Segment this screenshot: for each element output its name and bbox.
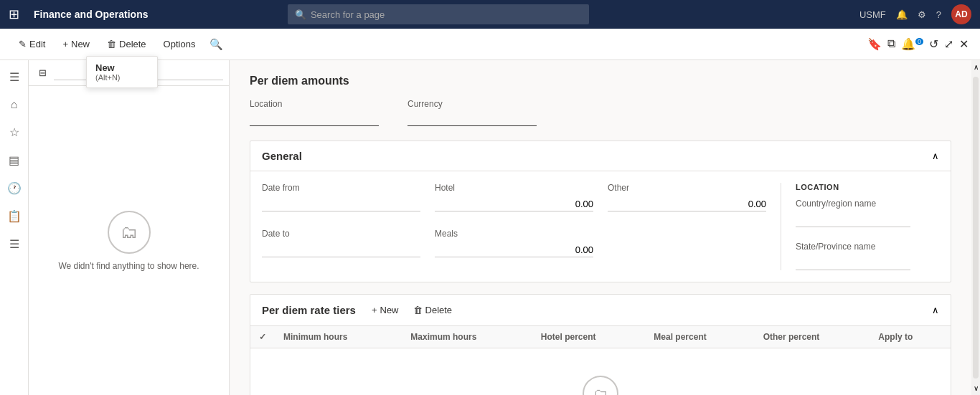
sidebar-list-icon[interactable]: ▤ [4,149,24,171]
date-from-input[interactable] [262,197,420,211]
meals-field: Meals [435,229,593,257]
general-section: General ∧ Date from Date to [250,141,951,282]
per-diem-title: Per diem amounts [250,75,951,87]
options-button[interactable]: Options [156,34,203,54]
currency-field-group: Currency [407,99,537,126]
other-col: Other [608,183,766,211]
scrollbar-area: ∧ ∨ [971,60,980,395]
sidebar-home-icon[interactable]: ⌂ [6,94,22,115]
rate-tiers-toolbar: + New 🗑 Delete [367,302,456,318]
split-icon[interactable]: ⧉ [887,37,895,51]
rate-table-empty-row: 🗂 We didn't find anything to show here. [250,348,951,396]
search-icon: 🔍 [295,9,306,20]
edit-icon: ✎ [19,39,27,49]
rate-tiers-left: Per diem rate tiers + New 🗑 Delete [262,302,456,318]
location-input[interactable] [250,112,379,126]
search-cmd-icon[interactable]: 🔍 [205,38,227,51]
rate-table-empty-cell: 🗂 We didn't find anything to show here. [250,348,951,396]
country-region-input[interactable] [796,213,910,227]
edit-button[interactable]: ✎ Edit [11,34,52,54]
search-bar: 🔍 [288,4,589,24]
per-diem-fields: Location Currency [250,99,951,126]
hotel-meals-col: Hotel Meals [435,183,593,257]
delete-button[interactable]: 🗑 Delete [100,34,154,54]
top-nav: ⊞ Finance and Operations 🔍 USMF 🔔 ⚙ ? AD [0,0,980,29]
state-province-label: State/Province name [796,242,939,252]
refresh-icon[interactable]: ↺ [929,37,938,51]
min-hours-header: Minimum hours [275,326,402,348]
rate-table-head: ✓ Minimum hours Maximum hours Hotel perc… [250,326,951,348]
icon-sidebar: ☰ ⌂ ☆ ▤ 🕐 📋 ☰ [0,60,29,395]
list-empty-message: We didn't find anything to show here. [58,261,199,271]
other-label: Other [608,183,766,193]
rate-plus-icon: + [372,305,377,315]
maximize-icon[interactable]: ⤢ [944,37,953,51]
rate-table-body: 🗂 We didn't find anything to show here. [250,348,951,396]
date-to-input[interactable] [262,243,420,257]
rate-tiers-title: Per diem rate tiers [262,304,356,316]
hotel-input[interactable] [435,197,593,211]
list-empty-icon: 🗂 [108,211,151,254]
rate-tiers-section: Per diem rate tiers + New 🗑 Delete ∧ [250,294,951,395]
rate-tiers-body: ✓ Minimum hours Maximum hours Hotel perc… [250,326,951,395]
rate-delete-button[interactable]: 🗑 Delete [409,302,457,318]
state-province-input[interactable] [796,256,910,270]
meals-input[interactable] [435,243,593,257]
country-region-label: Country/region name [796,199,939,209]
content-panel: Per diem amounts Location Currency Gener… [230,60,971,395]
max-hours-header: Maximum hours [402,326,532,348]
scrollbar-thumb[interactable] [973,77,979,379]
currency-input[interactable] [407,112,537,126]
help-icon[interactable]: ? [936,9,941,20]
location-section-title: LOCATION [796,183,939,191]
rate-tiers-collapse-icon[interactable]: ∧ [932,305,939,315]
bell-icon[interactable]: 🔔 [896,9,908,20]
tooltip-title: New [95,62,149,73]
notification-badge: 0 [915,38,923,45]
list-panel: ⊟ New (Alt+N) 🗂 We didn't find anything … [29,60,230,395]
meals-label: Meals [435,229,593,239]
search-input[interactable] [311,9,582,20]
date-from-field: Date from [262,183,420,211]
meal-percent-header: Meal percent [645,326,754,348]
scroll-up-icon[interactable]: ∧ [971,60,981,74]
list-empty-state: 🗂 We didn't find anything to show here. [29,86,229,395]
check-col-header: ✓ [250,326,275,348]
general-section-header[interactable]: General ∧ [250,141,951,171]
new-button[interactable]: + New [55,34,97,54]
date-to-label: Date to [262,229,420,239]
general-section-title: General [262,150,302,162]
sidebar-nav-icon[interactable]: ☰ [5,233,24,255]
hotel-label: Hotel [435,183,593,193]
date-from-label: Date from [262,183,420,193]
bookmark-icon[interactable]: 🔖 [867,37,882,51]
sidebar-table-icon[interactable]: 📋 [3,205,26,227]
location-field-group: Location [250,99,379,126]
general-collapse-icon: ∧ [932,151,939,161]
other-input[interactable] [608,197,766,211]
sidebar-star-icon[interactable]: ☆ [5,121,24,143]
top-nav-right: USMF 🔔 ⚙ ? AD [859,4,971,24]
table-empty-icon: 🗂 [583,376,618,395]
scroll-down-icon[interactable]: ∨ [971,381,981,395]
gear-icon[interactable]: ⚙ [918,9,926,20]
apply-to-header: Apply to [870,326,951,348]
list-filter-button[interactable]: ⊟ [34,65,51,81]
general-section-body: Date from Date to Hotel [250,171,951,282]
rate-new-button[interactable]: + New [367,302,403,318]
cmd-bar-right: 🔖 ⧉ 🔔0 ↺ ⤢ ✕ [867,37,969,51]
avatar[interactable]: AD [951,4,971,24]
hotel-field: Hotel [435,183,593,211]
rate-table: ✓ Minimum hours Maximum hours Hotel perc… [250,326,951,395]
close-icon[interactable]: ✕ [959,37,969,51]
date-to-field: Date to [262,229,420,257]
country-region-field: Country/region name [796,199,939,227]
waffle-icon[interactable]: ⊞ [9,6,19,22]
other-field: Other [608,183,766,211]
sidebar-menu-icon[interactable]: ☰ [5,66,24,88]
sidebar-clock-icon[interactable]: 🕐 [3,177,26,199]
main-layout: ☰ ⌂ ☆ ▤ 🕐 📋 ☰ ⊟ New (Alt+N) 🗂 We didn't … [0,60,980,395]
notification-icon[interactable]: 🔔0 [901,37,923,51]
location-label: Location [250,99,379,109]
other-percent-header: Other percent [755,326,870,348]
